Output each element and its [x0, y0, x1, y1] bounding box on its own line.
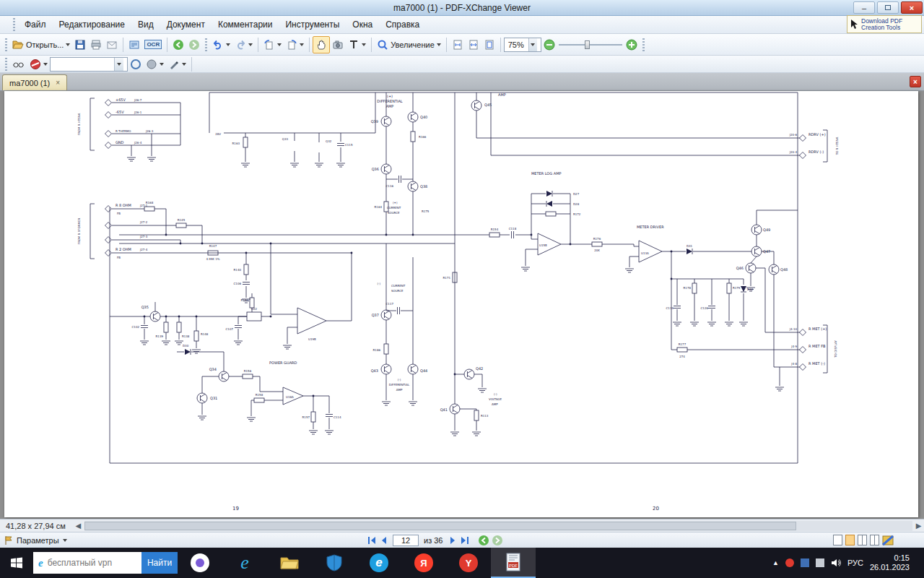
stamp-tool-button[interactable]: [27, 56, 50, 73]
start-button[interactable]: [0, 548, 33, 578]
continuous-facing-layout-button[interactable]: [870, 535, 879, 545]
tray-display-icon[interactable]: [816, 558, 824, 567]
taskbar-clock[interactable]: 0:15 26.01.2023: [870, 553, 910, 572]
taskbar-app-yandex-browser[interactable]: Я: [401, 548, 446, 578]
redo-button[interactable]: [232, 36, 255, 53]
parameters-group[interactable]: Параметры: [0, 535, 67, 545]
taskbar-app-pdf-viewer[interactable]: PDF: [491, 548, 536, 578]
facing-layout-button[interactable]: [858, 535, 867, 545]
print-button[interactable]: [88, 36, 104, 53]
next-view-icon[interactable]: [492, 535, 503, 546]
hand-tool-button[interactable]: [313, 36, 330, 53]
menu-document[interactable]: Документ: [160, 17, 212, 32]
close-button[interactable]: ×: [901, 1, 923, 14]
separator: [123, 38, 123, 52]
zoom-slider[interactable]: [557, 38, 624, 52]
open-button[interactable]: Открыть...: [10, 36, 72, 53]
zoom-in-button[interactable]: [624, 36, 640, 53]
document-tab[interactable]: ma7000 (1) ×: [2, 74, 67, 90]
toolbar-grip[interactable]: [13, 18, 15, 31]
menu-tools[interactable]: Инструменты: [279, 17, 346, 32]
ellipse-tool-button[interactable]: [128, 56, 144, 73]
scan-button[interactable]: [126, 36, 142, 53]
fit-page-button[interactable]: [481, 36, 497, 53]
minimize-button[interactable]: –: [853, 1, 875, 14]
select-text-button[interactable]: [346, 36, 368, 53]
menu-windows[interactable]: Окна: [346, 17, 379, 32]
go-back-button[interactable]: [170, 36, 186, 53]
language-indicator[interactable]: РУС: [847, 558, 863, 567]
last-page-icon[interactable]: [460, 536, 470, 545]
volume-icon[interactable]: [831, 558, 841, 567]
document-area[interactable]: +65VJ26-7-65VJ26-1R THERMOJ26-3GNDJ26-4F…: [0, 91, 924, 519]
toolbar-grip[interactable]: [642, 38, 645, 51]
toolbar-grip[interactable]: [205, 38, 207, 51]
scroll-track[interactable]: [84, 521, 912, 531]
maximize-button[interactable]: [877, 1, 899, 14]
rotate-left-button[interactable]: [261, 36, 284, 53]
schematic-label: Q36: [372, 167, 379, 171]
previous-view-icon[interactable]: [478, 535, 489, 546]
ocr-button[interactable]: OCR: [142, 36, 164, 53]
find-button[interactable]: Найти: [141, 552, 178, 574]
taskbar-app-voice-assistant[interactable]: [178, 548, 222, 578]
schematic-label: FROM R XFORMER: [77, 217, 81, 244]
zoom-tool-button[interactable]: Увеличение: [375, 36, 443, 53]
download-pdf-tools-button[interactable]: Download PDFCreation Tools: [847, 15, 922, 33]
glasses-icon: [12, 59, 25, 70]
toolbar-grip[interactable]: [5, 58, 7, 71]
scroll-left-button[interactable]: ◀: [73, 520, 84, 531]
reading-mode-button[interactable]: [10, 56, 27, 73]
pencil-tool-button[interactable]: [166, 56, 188, 73]
go-forward-button[interactable]: [186, 36, 202, 53]
tray-expand-icon[interactable]: ▲: [772, 559, 779, 566]
menu-file[interactable]: Файл: [18, 17, 53, 32]
schematic-label: J20-4: [789, 150, 798, 154]
filled-ellipse-tool-button[interactable]: [144, 56, 166, 73]
separator: [309, 38, 310, 52]
schematic-label: C102: [132, 325, 140, 329]
menu-view[interactable]: Вид: [131, 17, 160, 32]
previous-page-icon[interactable]: [379, 536, 388, 545]
fit-width-button[interactable]: [466, 36, 481, 53]
combo-caret[interactable]: [114, 58, 123, 71]
tray-network-icon[interactable]: [801, 558, 809, 567]
taskbar-app-file-explorer[interactable]: [267, 548, 312, 578]
close-document-button[interactable]: ×: [910, 76, 921, 87]
taskbar-app-yandex[interactable]: Y: [446, 548, 491, 578]
zoom-out-button[interactable]: [541, 36, 557, 53]
taskbar-app-internet-explorer[interactable]: e: [222, 548, 267, 578]
single-page-layout-button[interactable]: [833, 535, 842, 545]
continuous-layout-button[interactable]: [845, 535, 855, 545]
taskbar-search-box[interactable]: е бесплатный vpn: [33, 552, 141, 574]
undo-button[interactable]: [210, 36, 232, 53]
schematic-label: D31: [687, 244, 693, 248]
stamp-combo[interactable]: [50, 57, 128, 72]
actual-size-button[interactable]: [450, 36, 466, 53]
pdf-xchange-viewer-window: ma7000 (1) - PDF-XChange Viewer – × Down…: [0, 0, 924, 578]
menu-edit[interactable]: Редактирование: [53, 17, 131, 32]
save-button[interactable]: [72, 36, 88, 53]
menu-help[interactable]: Справка: [379, 17, 426, 32]
page-number-input[interactable]: 12: [393, 535, 419, 546]
rotate-right-button[interactable]: [284, 36, 306, 53]
theme-color-button[interactable]: [882, 535, 894, 546]
folder-open-icon: [12, 39, 24, 51]
snapshot-button[interactable]: [330, 36, 346, 53]
email-button[interactable]: [104, 36, 120, 53]
document-size-label: 41,28 x 27,94 см: [6, 522, 66, 530]
taskbar-app-edge[interactable]: e: [357, 548, 401, 578]
scroll-thumb[interactable]: [84, 522, 797, 530]
next-page-icon[interactable]: [449, 536, 458, 545]
scroll-right-button[interactable]: ▶: [913, 520, 924, 531]
tab-close-icon[interactable]: ×: [56, 79, 60, 87]
title-bar[interactable]: ma7000 (1) - PDF-XChange Viewer – ×: [0, 0, 924, 16]
toolbar-grip[interactable]: [5, 38, 7, 51]
tray-antivirus-icon[interactable]: [785, 558, 794, 567]
zoom-level-combo[interactable]: 75%: [504, 38, 541, 52]
taskbar-app-security[interactable]: [312, 548, 357, 578]
first-page-icon[interactable]: [367, 536, 377, 545]
combo-caret[interactable]: [528, 38, 537, 51]
zoom-slider-thumb[interactable]: [585, 40, 590, 49]
menu-comments[interactable]: Комментарии: [212, 17, 279, 32]
